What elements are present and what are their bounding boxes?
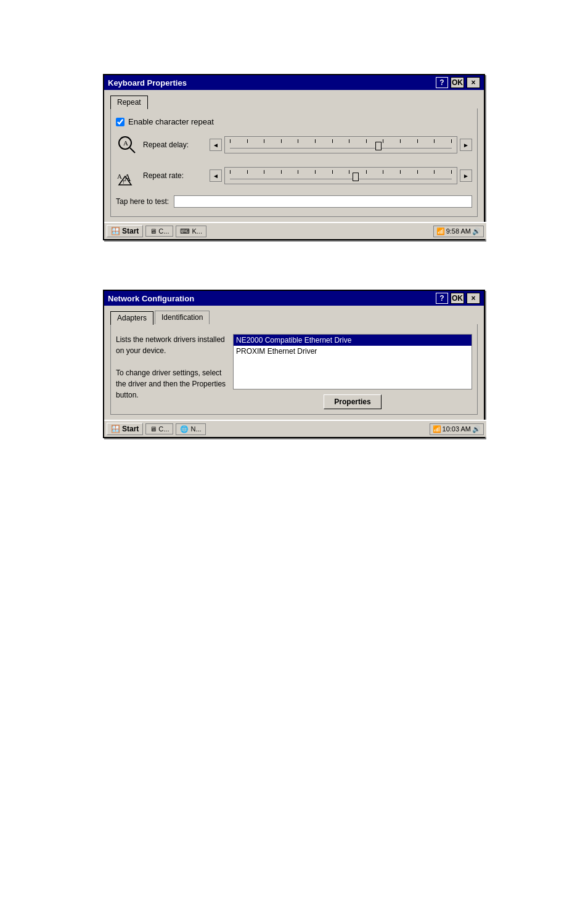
network-properties-button[interactable]: Properties xyxy=(324,394,381,409)
tab-adapters[interactable]: Adapters xyxy=(110,311,153,325)
network-list-panel: NE2000 Compatible Ethernet Drive PROXIM … xyxy=(233,334,472,409)
network-desc-text1: Lists the network drivers installed on y… xyxy=(116,334,227,356)
repeat-delay-row: A Repeat delay: ◄ xyxy=(116,134,472,156)
tab-identification[interactable]: Identification xyxy=(155,311,210,324)
svg-text:!: ! xyxy=(123,179,125,185)
network-tab-content: Lists the network drivers installed on y… xyxy=(110,324,478,415)
keyboard-start-button[interactable]: 🪟 Start xyxy=(107,225,143,237)
repeat-rate-thumb[interactable] xyxy=(353,173,359,181)
repeat-rate-left-arrow[interactable]: ◄ xyxy=(210,169,222,182)
enable-character-repeat-checkbox[interactable] xyxy=(116,118,125,126)
network-taskbar-btn2[interactable]: 🌐 N... xyxy=(176,423,205,435)
network-taskbar-btn1[interactable]: 🖥 C... xyxy=(145,423,173,434)
speaker-icon: 🔊 xyxy=(472,227,481,235)
repeat-delay-label: Repeat delay: xyxy=(143,141,205,149)
net-clock-time: 10:03 AM xyxy=(443,425,471,433)
network-drivers-list[interactable]: NE2000 Compatible Ethernet Drive PROXIM … xyxy=(233,334,472,389)
enable-character-repeat-label: Enable character repeat xyxy=(128,117,214,126)
repeat-delay-thumb[interactable] xyxy=(375,142,382,150)
network-tray-icon: 📶 xyxy=(436,227,445,235)
network-content-area: Lists the network drivers installed on y… xyxy=(116,329,472,409)
network-window-title: Network Configuration xyxy=(108,294,436,303)
clock-time: 9:58 AM xyxy=(446,227,471,235)
keyboard-taskbar: 🪟 Start 🖥 C... ⌨ K... 📶 9:58 AM 🔊 xyxy=(104,222,486,239)
net-speaker-icon: 🔊 xyxy=(472,425,481,433)
tap-test-row: Tap here to test: xyxy=(116,195,472,208)
keyboard-properties-window: Keyboard Properties ? OK × Repeat Enable… xyxy=(103,74,485,240)
repeat-delay-right-arrow[interactable]: ► xyxy=(460,139,472,151)
keyboard-tray: 📶 9:58 AM 🔊 xyxy=(433,226,484,237)
svg-text:A: A xyxy=(117,173,122,180)
network-help-button[interactable]: ? xyxy=(436,293,448,304)
network-taskbar-time: 📶 10:03 AM 🔊 xyxy=(430,423,484,435)
keyboard-title-controls: ? OK × xyxy=(436,77,480,88)
repeat-rate-right-arrow[interactable]: ► xyxy=(460,169,472,182)
net-taskbar-icon-1: 🖥 xyxy=(150,425,157,433)
repeat-rate-slider-container: ◄ xyxy=(210,167,472,184)
keyboard-title-bar: Keyboard Properties ? OK × xyxy=(104,75,484,90)
taskbar-icon-1: 🖥 xyxy=(150,227,157,235)
keyboard-taskbar-btn1[interactable]: 🖥 C... xyxy=(145,226,173,237)
start-icon: 🪟 xyxy=(111,227,120,235)
keyboard-help-button[interactable]: ? xyxy=(436,77,448,88)
keyboard-window-body: Repeat Enable character repeat A xyxy=(104,90,484,222)
keyboard-taskbar-time: 📶 9:58 AM 🔊 xyxy=(433,226,484,237)
repeat-rate-row: A A ! Repeat rate: ◄ xyxy=(116,165,472,187)
network-driver-item-2[interactable]: PROXIM Ethernet Driver xyxy=(234,346,472,357)
tab-repeat[interactable]: Repeat xyxy=(110,96,148,109)
network-ok-button[interactable]: OK xyxy=(451,293,464,304)
net-taskbar-icon-2: 🌐 xyxy=(180,425,189,433)
repeat-delay-track[interactable] xyxy=(224,136,457,153)
network-window-body: Adapters Identification Lists the networ… xyxy=(104,306,484,420)
network-start-button[interactable]: 🪟 Start xyxy=(107,423,143,435)
keyboard-taskbar-btn2[interactable]: ⌨ K... xyxy=(176,226,206,237)
repeat-rate-track[interactable] xyxy=(224,167,457,184)
keyboard-ok-button[interactable]: OK xyxy=(451,77,464,88)
network-title-controls: ? OK × xyxy=(436,293,480,304)
taskbar-icon-2: ⌨ xyxy=(180,227,190,235)
network-tab-bar: Adapters Identification xyxy=(110,311,478,324)
network-description: Lists the network drivers installed on y… xyxy=(116,334,227,409)
svg-line-2 xyxy=(130,148,135,153)
net-start-icon: 🪟 xyxy=(111,425,120,433)
keyboard-window-title: Keyboard Properties xyxy=(108,78,436,88)
network-title-bar: Network Configuration ? OK × xyxy=(104,291,484,306)
tap-test-input[interactable] xyxy=(174,195,472,208)
network-driver-item-1[interactable]: NE2000 Compatible Ethernet Drive xyxy=(234,335,472,346)
network-tray: 📶 10:03 AM 🔊 xyxy=(430,423,484,435)
repeat-delay-icon: A xyxy=(116,134,138,156)
repeat-rate-icon: A A ! xyxy=(116,165,138,187)
svg-text:A: A xyxy=(124,173,131,183)
repeat-rate-label: Repeat rate: xyxy=(143,171,205,180)
repeat-delay-left-arrow[interactable]: ◄ xyxy=(210,139,222,151)
repeat-delay-slider-container: ◄ xyxy=(210,136,472,153)
tap-test-label: Tap here to test: xyxy=(116,197,169,206)
net-network-tray-icon: 📶 xyxy=(433,425,441,433)
network-taskbar: 🪟 Start 🖥 C... 🌐 N... 📶 10:03 AM 🔊 xyxy=(104,420,486,437)
keyboard-tab-bar: Repeat xyxy=(110,95,478,108)
network-desc-text2: To change driver settings, select the dr… xyxy=(116,367,227,401)
svg-text:A: A xyxy=(123,139,128,147)
enable-character-repeat-row: Enable character repeat xyxy=(116,117,472,126)
keyboard-close-button[interactable]: × xyxy=(467,77,480,88)
keyboard-tab-content: Enable character repeat A Repeat delay: xyxy=(110,108,478,217)
network-configuration-window: Network Configuration ? OK × Adapters Id… xyxy=(103,290,485,438)
network-close-button[interactable]: × xyxy=(467,293,480,304)
